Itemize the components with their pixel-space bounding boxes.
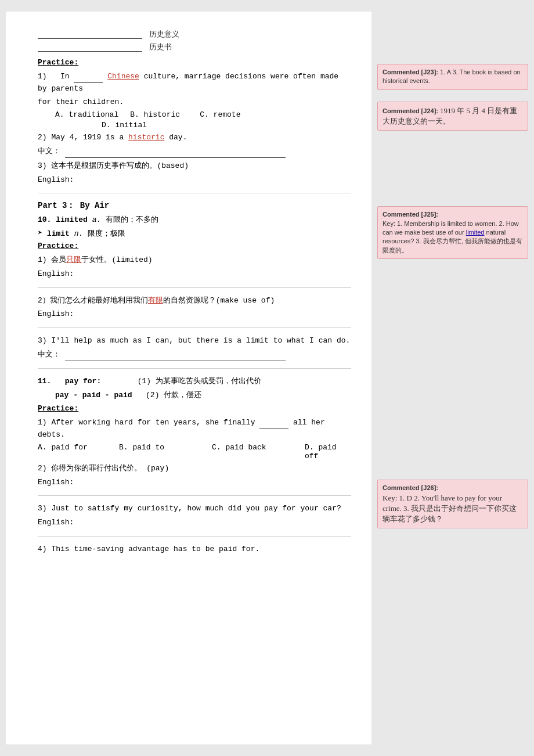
part3-title: Part 3： By Air [38,200,351,211]
item11-options: A. paid for B. paid to C. paid back D. p… [38,443,351,460]
divider-1 [38,193,351,193]
comment-j25-link: limited [466,229,485,236]
p10-english2: English: [38,308,351,321]
comment-j25-text: Key: 1. Membership is limited to women. … [383,220,522,254]
q2-historic-word: historic [128,133,164,142]
header-underline-2 [38,42,142,52]
item11-blank [259,429,288,429]
item10-sub: ➤ limit n. 限度；极限 [38,228,351,239]
p10-blank3 [65,361,286,361]
item10-line: 10. limited a. 有限的；不多的 [38,214,351,226]
comment-j26-text: Key: 1. D 2. You'll have to pay for your… [383,494,517,523]
item11-english2: English: [38,477,351,489]
comment-j24-title: Commented [J24]: [383,107,438,114]
item11-q3: 3) Just to satisfy my curiosity, how muc… [38,503,351,515]
item11-opt-c: C. paid back [212,443,293,460]
item11-q1: 1) After working hard for ten years, she… [38,417,351,441]
header-label-2: 历史书 [149,42,172,52]
page-wrapper: 历史意义 历史书 Practice: 1) In Chinese culture… [0,0,534,756]
divider-5 [38,495,351,496]
item11-opt-d: D. paid off [305,443,351,460]
p10-q1: 1) 会员只限于女性。(limited) [38,254,351,267]
p10-limited-word: 只限 [66,255,81,264]
header-underline-1 [38,30,142,39]
p10-english1: English: [38,268,351,280]
comment-j26: Commented [J26]: Key: 1. D 2. You'll hav… [377,480,528,528]
comment-j24: Commented [J24]: 1919 年 5 月 4 日是有重大历史意义的… [377,102,528,131]
comment-j25-title: Commented [J25]: [383,211,438,218]
q3-english: English: [38,174,351,186]
q2-chinese: 中文： [38,146,351,158]
comment-j23-title: Commented [J23]: [383,69,438,75]
item11-opt-b: B. paid to [119,443,200,460]
opt-a: A. traditional [55,110,118,119]
header-lines: 历史意义 历史书 [38,29,351,52]
q1-line2: for their children. [38,96,351,109]
p10-q2: 2）我们怎么才能最好地利用我们有限的自然资源呢？(make use of) [38,295,351,307]
q3-line: 3) 这本书是根据历史事件写成的。(based) [38,160,351,172]
q2-line: 2) May 4, 1919 is a historic day. [38,132,351,144]
comment-j25: Commented [J25]: Key: 1. Membership is l… [377,206,528,259]
header-label-1: 历史意义 [149,29,179,39]
header-line-2: 历史书 [38,42,351,52]
opt-b: B. historic [130,110,188,119]
comment-j26-title: Commented [J26]: [383,484,438,491]
item11-q4: 4) This time-saving advantage has to be … [38,543,351,556]
item11-opt-a: A. paid for [38,443,107,460]
item11-english3: English: [38,517,351,529]
divider-2 [38,287,351,288]
divider-3 [38,327,351,328]
q1-text: 1) In Chinese culture, marriage decision… [38,71,351,95]
main-content: 历史意义 历史书 Practice: 1) In Chinese culture… [6,12,371,744]
item10-practice-label: Practice: [38,240,351,253]
header-line-1: 历史意义 [38,29,351,39]
item11-line2: pay - paid - paid (2) 付款，偿还 [55,390,351,402]
p10-q3: 3) I'll help as much as I can, but there… [38,335,351,347]
divider-4 [38,368,351,369]
q1-chinese-word: Chinese [107,72,139,81]
item11-line1: 11. pay for: (1) 为某事吃苦头或受罚，付出代价 [38,376,351,388]
opt-d: D. initial [102,121,147,129]
q2-chinese-blank [65,157,286,158]
item11-q2: 2) 你得为你的罪行付出代价。 (pay) [38,463,351,475]
practice-label-1: Practice: [38,57,351,69]
p10-youxian-word: 有限 [148,296,163,305]
q1-blank [74,82,103,83]
comment-j23: Commented [J23]: 1. A 3. The book is bas… [377,64,528,90]
item11-practice-label: Practice: [38,403,351,415]
divider-6 [38,536,351,537]
p10-chinese3: 中文： [38,349,351,361]
opt-c: C. remote [200,110,258,119]
q1-option-d: D. initial [102,121,351,129]
sidebar: Commented [J23]: 1. A 3. The book is bas… [371,12,534,744]
q1-options: A. traditional B. historic C. remote [55,110,351,119]
